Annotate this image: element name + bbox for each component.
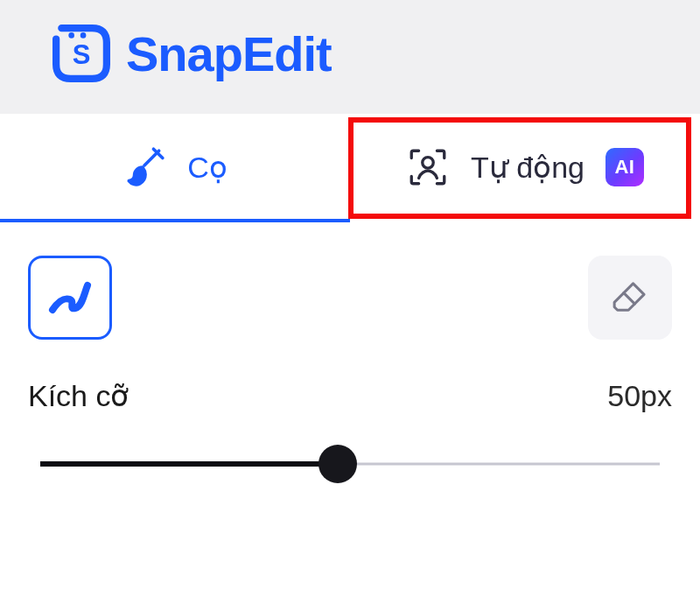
scribble-icon bbox=[46, 273, 94, 322]
slider-thumb[interactable] bbox=[318, 445, 357, 483]
svg-point-0 bbox=[68, 32, 74, 39]
tool-row bbox=[28, 256, 672, 340]
tab-auto-label: Tự động bbox=[471, 150, 584, 185]
person-focus-icon bbox=[406, 145, 450, 189]
size-value: 50px bbox=[607, 379, 672, 413]
svg-text:S: S bbox=[73, 39, 91, 70]
tool-tabs: Cọ Tự động AI bbox=[0, 114, 700, 222]
svg-point-1 bbox=[80, 32, 87, 39]
eraser-icon bbox=[606, 273, 654, 322]
tab-brush-label: Cọ bbox=[187, 150, 228, 185]
tab-brush[interactable]: Cọ bbox=[0, 114, 350, 222]
brand-name: SnapEdit bbox=[126, 25, 332, 82]
ai-badge-icon: AI bbox=[606, 148, 644, 186]
size-label: Kích cỡ bbox=[28, 378, 129, 413]
size-row: Kích cỡ 50px bbox=[28, 378, 672, 413]
svg-point-3 bbox=[423, 158, 434, 169]
slider-fill bbox=[40, 461, 338, 467]
brush-tool-button[interactable] bbox=[28, 256, 112, 340]
brush-panel: Kích cỡ 50px bbox=[0, 222, 700, 483]
tab-auto[interactable]: Tự động AI bbox=[350, 114, 700, 222]
app-logo-icon: S bbox=[52, 25, 110, 82]
eraser-tool-button[interactable] bbox=[588, 256, 672, 340]
size-slider[interactable] bbox=[40, 445, 660, 483]
app-header: S SnapEdit bbox=[0, 0, 700, 114]
brush-icon bbox=[122, 145, 166, 189]
